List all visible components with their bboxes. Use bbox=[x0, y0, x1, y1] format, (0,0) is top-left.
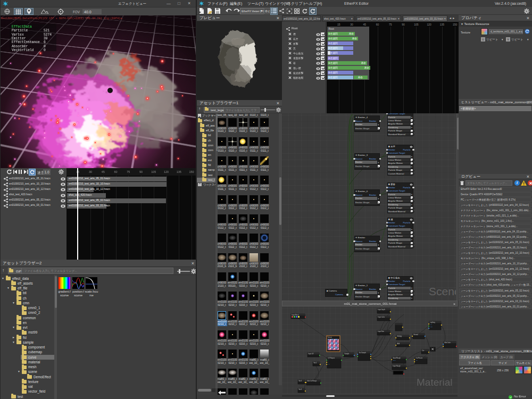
svg-text:Tex Sample: Tex Sample bbox=[359, 352, 367, 354]
svg-text:Vertex: Vertex bbox=[12, 33, 24, 37]
svg-text:Vec3: Vec3 bbox=[299, 380, 302, 382]
svg-text:Out Param: Out Param bbox=[416, 357, 423, 359]
svg-text:Add: Add bbox=[397, 343, 400, 345]
svg-text:521: 521 bbox=[44, 29, 50, 32]
svg-text:EffectInstance: EffectInstance bbox=[12, 40, 40, 44]
svg-text:39: 39 bbox=[44, 37, 48, 40]
svg-text:Input UV: Input UV bbox=[309, 353, 314, 355]
svg-text:Lighting: Lighting bbox=[430, 321, 436, 323]
svg-text:Mat Color: Mat Color bbox=[445, 342, 451, 344]
svg-text:Emitter: Emitter bbox=[12, 37, 26, 40]
svg-text:Input Nrm: Input Nrm bbox=[378, 330, 384, 332]
svg-text:Multiply: Multiply bbox=[397, 335, 402, 337]
svg-text:Input Mesh: Input Mesh bbox=[292, 314, 299, 316]
svg-text:0: 0 bbox=[44, 45, 46, 48]
svg-text:VectorField: VectorField bbox=[12, 48, 34, 52]
svg-text:Sample: Sample bbox=[345, 353, 350, 355]
svg-text:Absorber: Absorber bbox=[12, 45, 28, 48]
svg-text:6: 6 bbox=[44, 40, 46, 44]
svg-text:Vec2: Vec2 bbox=[314, 362, 317, 364]
svg-text:nrm: nrm bbox=[430, 326, 433, 327]
svg-text:Input Depth: Input Depth bbox=[378, 309, 386, 311]
svg-text:Vec3: Vec3 bbox=[299, 388, 302, 390]
svg-text:Particle: Particle bbox=[12, 29, 28, 32]
svg-text:EffectData: EffectData bbox=[12, 25, 32, 29]
svg-text:5274: 5274 bbox=[44, 33, 52, 37]
svg-text:Texture: Texture bbox=[328, 336, 332, 338]
svg-text:Normal: Normal bbox=[414, 334, 419, 336]
svg-text:Spec/Rough: Spec/Rough bbox=[393, 357, 401, 359]
svg-text:0: 0 bbox=[44, 48, 46, 52]
svg-text:Input Rough: Input Rough bbox=[393, 365, 401, 367]
svg-text:Input Color: Input Color bbox=[378, 316, 385, 318]
svg-text:Mat Out Range: Mat Out Range bbox=[307, 380, 317, 382]
svg-text:Rec1304|MFPU-DataXform(PC)CV 1: Rec1304|MFPU-DataXform(PC)CV 15f + 60f4-… bbox=[1, 17, 123, 20]
svg-text:UV Repeat: UV Repeat bbox=[328, 357, 335, 359]
